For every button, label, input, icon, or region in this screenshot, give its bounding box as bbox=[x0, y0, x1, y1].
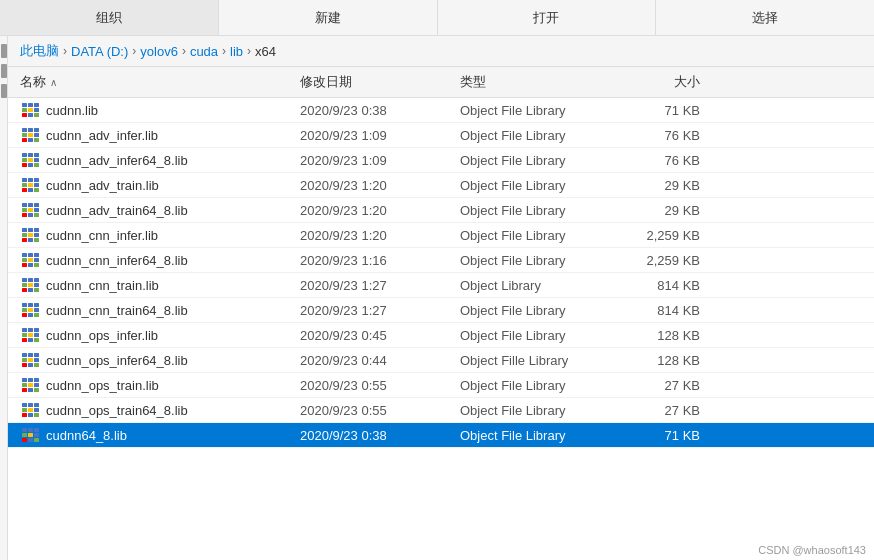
file-name-cell: cudnn_cnn_train.lib bbox=[20, 277, 300, 293]
file-date: 2020/9/23 1:27 bbox=[300, 278, 460, 293]
file-name-text: cudnn_cnn_train64_8.lib bbox=[46, 303, 188, 318]
file-date: 2020/9/23 0:55 bbox=[300, 403, 460, 418]
file-name-text: cudnn.lib bbox=[46, 103, 98, 118]
col-size-header[interactable]: 大小 bbox=[620, 73, 700, 91]
left-panel bbox=[0, 36, 8, 560]
breadcrumb-separator: › bbox=[247, 44, 251, 58]
file-date: 2020/9/23 1:20 bbox=[300, 203, 460, 218]
toolbar-section-组织[interactable]: 组织 bbox=[0, 0, 219, 35]
column-header: 名称 ∧ 修改日期 类型 大小 bbox=[8, 67, 874, 98]
file-name-cell: cudnn_cnn_infer.lib bbox=[20, 227, 300, 243]
file-name-text: cudnn_ops_infer.lib bbox=[46, 328, 158, 343]
file-size: 29 KB bbox=[620, 203, 700, 218]
table-row[interactable]: cudnn_adv_infer.lib2020/9/23 1:09Object … bbox=[8, 123, 874, 148]
file-name-cell: cudnn_adv_infer64_8.lib bbox=[20, 152, 300, 168]
file-list: 名称 ∧ 修改日期 类型 大小 cudnn.lib2020/9/23 0:38O… bbox=[8, 67, 874, 560]
file-date: 2020/9/23 0:45 bbox=[300, 328, 460, 343]
lib-file-icon bbox=[20, 227, 40, 243]
pin-icon-3[interactable] bbox=[1, 84, 7, 98]
content-area: 此电脑›DATA (D:)›yolov6›cuda›lib›x64 名称 ∧ 修… bbox=[8, 36, 874, 560]
lib-file-icon bbox=[20, 202, 40, 218]
breadcrumb-item-2[interactable]: yolov6 bbox=[140, 44, 178, 59]
file-size: 814 KB bbox=[620, 278, 700, 293]
table-row[interactable]: cudnn_ops_infer64_8.lib2020/9/23 0:44Obj… bbox=[8, 348, 874, 373]
file-type: Object File Library bbox=[460, 378, 620, 393]
file-size: 2,259 KB bbox=[620, 228, 700, 243]
file-size: 27 KB bbox=[620, 378, 700, 393]
toolbar-section-选择[interactable]: 选择 bbox=[656, 0, 874, 35]
file-size: 27 KB bbox=[620, 403, 700, 418]
file-name-text: cudnn64_8.lib bbox=[46, 428, 127, 443]
file-type: Object File Library bbox=[460, 103, 620, 118]
col-date-header[interactable]: 修改日期 bbox=[300, 73, 460, 91]
table-row[interactable]: cudnn_adv_train.lib2020/9/23 1:20Object … bbox=[8, 173, 874, 198]
table-row[interactable]: cudnn_cnn_train.lib2020/9/23 1:27Object … bbox=[8, 273, 874, 298]
file-name-text: cudnn_adv_train64_8.lib bbox=[46, 203, 188, 218]
pin-icon-1[interactable] bbox=[1, 44, 7, 58]
file-type: Object File Library bbox=[460, 253, 620, 268]
file-size: 76 KB bbox=[620, 153, 700, 168]
lib-file-icon bbox=[20, 402, 40, 418]
col-type-header[interactable]: 类型 bbox=[460, 73, 620, 91]
table-row[interactable]: cudnn_ops_infer.lib2020/9/23 0:45Object … bbox=[8, 323, 874, 348]
file-date: 2020/9/23 1:09 bbox=[300, 128, 460, 143]
file-name-text: cudnn_cnn_infer64_8.lib bbox=[46, 253, 188, 268]
breadcrumb-item-3[interactable]: cuda bbox=[190, 44, 218, 59]
lib-file-icon bbox=[20, 427, 40, 443]
file-date: 2020/9/23 1:09 bbox=[300, 153, 460, 168]
pin-icon-2[interactable] bbox=[1, 64, 7, 78]
lib-file-icon bbox=[20, 352, 40, 368]
file-type: Object File Library bbox=[460, 403, 620, 418]
toolbar-section-打开[interactable]: 打开 bbox=[438, 0, 657, 35]
lib-file-icon bbox=[20, 102, 40, 118]
file-name-text: cudnn_ops_train64_8.lib bbox=[46, 403, 188, 418]
file-size: 29 KB bbox=[620, 178, 700, 193]
lib-file-icon bbox=[20, 177, 40, 193]
lib-file-icon bbox=[20, 327, 40, 343]
file-date: 2020/9/23 0:38 bbox=[300, 103, 460, 118]
file-type: Object File Library bbox=[460, 228, 620, 243]
file-name-cell: cudnn_cnn_train64_8.lib bbox=[20, 302, 300, 318]
lib-file-icon bbox=[20, 302, 40, 318]
file-size: 128 KB bbox=[620, 328, 700, 343]
file-name-cell: cudnn_cnn_infer64_8.lib bbox=[20, 252, 300, 268]
file-name-cell: cudnn_adv_infer.lib bbox=[20, 127, 300, 143]
col-name-header[interactable]: 名称 ∧ bbox=[20, 73, 300, 91]
lib-file-icon bbox=[20, 377, 40, 393]
toolbar-section-新建[interactable]: 新建 bbox=[219, 0, 438, 35]
file-name-text: cudnn_adv_train.lib bbox=[46, 178, 159, 193]
table-row[interactable]: cudnn_cnn_infer.lib2020/9/23 1:20Object … bbox=[8, 223, 874, 248]
table-row[interactable]: cudnn_cnn_infer64_8.lib2020/9/23 1:16Obj… bbox=[8, 248, 874, 273]
breadcrumb-separator: › bbox=[63, 44, 67, 58]
breadcrumb-item-4[interactable]: lib bbox=[230, 44, 243, 59]
table-row[interactable]: cudnn_ops_train.lib2020/9/23 0:55Object … bbox=[8, 373, 874, 398]
file-rows-container: cudnn.lib2020/9/23 0:38Object File Libra… bbox=[8, 98, 874, 448]
file-size: 76 KB bbox=[620, 128, 700, 143]
table-row[interactable]: cudnn64_8.lib2020/9/23 0:38Object File L… bbox=[8, 423, 874, 448]
file-name-cell: cudnn_ops_infer.lib bbox=[20, 327, 300, 343]
file-date: 2020/9/23 0:44 bbox=[300, 353, 460, 368]
table-row[interactable]: cudnn.lib2020/9/23 0:38Object File Libra… bbox=[8, 98, 874, 123]
file-size: 128 KB bbox=[620, 353, 700, 368]
lib-file-icon bbox=[20, 277, 40, 293]
file-size: 2,259 KB bbox=[620, 253, 700, 268]
table-row[interactable]: cudnn_ops_train64_8.lib2020/9/23 0:55Obj… bbox=[8, 398, 874, 423]
file-name-text: cudnn_cnn_train.lib bbox=[46, 278, 159, 293]
col-name-label: 名称 bbox=[20, 73, 46, 91]
breadcrumb-item-1[interactable]: DATA (D:) bbox=[71, 44, 128, 59]
file-date: 2020/9/23 0:55 bbox=[300, 378, 460, 393]
table-row[interactable]: cudnn_adv_infer64_8.lib2020/9/23 1:09Obj… bbox=[8, 148, 874, 173]
file-type: Object File Library bbox=[460, 153, 620, 168]
breadcrumb-item-5[interactable]: x64 bbox=[255, 44, 276, 59]
main-container: 此电脑›DATA (D:)›yolov6›cuda›lib›x64 名称 ∧ 修… bbox=[0, 36, 874, 560]
file-name-text: cudnn_cnn_infer.lib bbox=[46, 228, 158, 243]
file-name-cell: cudnn_adv_train.lib bbox=[20, 177, 300, 193]
file-name-cell: cudnn_ops_infer64_8.lib bbox=[20, 352, 300, 368]
file-name-cell: cudnn_adv_train64_8.lib bbox=[20, 202, 300, 218]
file-name-text: cudnn_ops_infer64_8.lib bbox=[46, 353, 188, 368]
table-row[interactable]: cudnn_cnn_train64_8.lib2020/9/23 1:27Obj… bbox=[8, 298, 874, 323]
toolbar: 组织新建打开选择 bbox=[0, 0, 874, 36]
table-row[interactable]: cudnn_adv_train64_8.lib2020/9/23 1:20Obj… bbox=[8, 198, 874, 223]
file-name-text: cudnn_adv_infer64_8.lib bbox=[46, 153, 188, 168]
breadcrumb-item-0[interactable]: 此电脑 bbox=[20, 42, 59, 60]
